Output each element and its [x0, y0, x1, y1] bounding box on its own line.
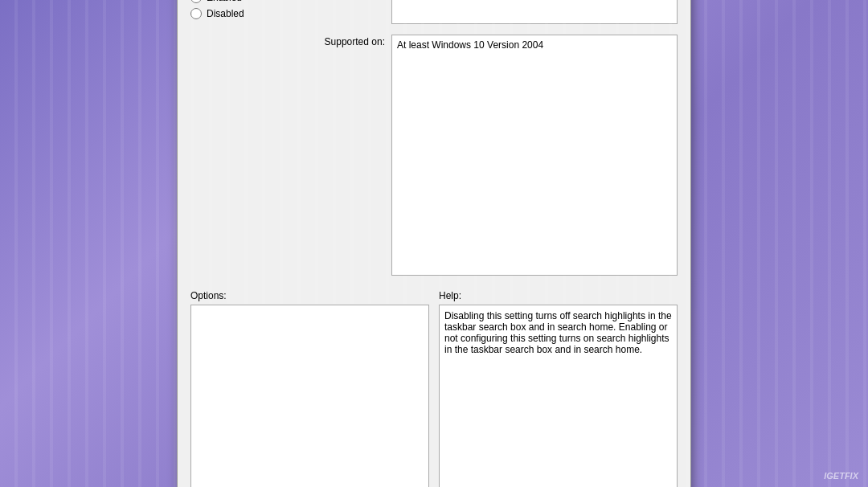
- watermark: IGETFIX: [824, 471, 858, 481]
- help-label: Help:: [439, 290, 678, 301]
- supported-label: Supported on:: [319, 35, 391, 47]
- options-label: Options:: [190, 290, 429, 301]
- options-panel: Options:: [190, 290, 429, 488]
- supported-control: At least Windows 10 Version 2004: [391, 35, 678, 276]
- radio-disabled-input[interactable]: [190, 8, 202, 19]
- radio-disabled-label: Disabled: [207, 8, 244, 19]
- supported-row: Supported on: At least Windows 10 Versio…: [319, 35, 678, 276]
- help-content: Disabling this setting turns off search …: [439, 305, 678, 488]
- panels-section: Options: Help: Disabling this setting tu…: [190, 290, 678, 488]
- help-text: Disabling this setting turns off search …: [444, 310, 672, 355]
- radio-enabled-label: Enabled: [207, 0, 242, 3]
- dialog-window: Allow search highlights − □ ✕ Allow sear…: [177, 0, 691, 487]
- help-panel: Help: Disabling this setting turns off s…: [439, 290, 678, 488]
- supported-value: At least Windows 10 Version 2004: [395, 38, 545, 52]
- radio-enabled-input[interactable]: [190, 0, 202, 3]
- radio-enabled[interactable]: Enabled: [190, 0, 319, 3]
- comment-row: Comment:: [319, 0, 678, 27]
- dialog-body: Not Configured Enabled Disabled Comment:: [178, 0, 690, 487]
- radio-group: Not Configured Enabled Disabled: [190, 0, 319, 19]
- top-section: Not Configured Enabled Disabled Comment:: [190, 0, 678, 284]
- comment-textarea[interactable]: [391, 0, 678, 24]
- options-content: [190, 305, 429, 488]
- radio-disabled[interactable]: Disabled: [190, 8, 319, 19]
- comment-control: [391, 0, 678, 27]
- right-fields: Comment: Supported on: At least Windows …: [319, 0, 678, 276]
- supported-field: At least Windows 10 Version 2004: [391, 35, 678, 276]
